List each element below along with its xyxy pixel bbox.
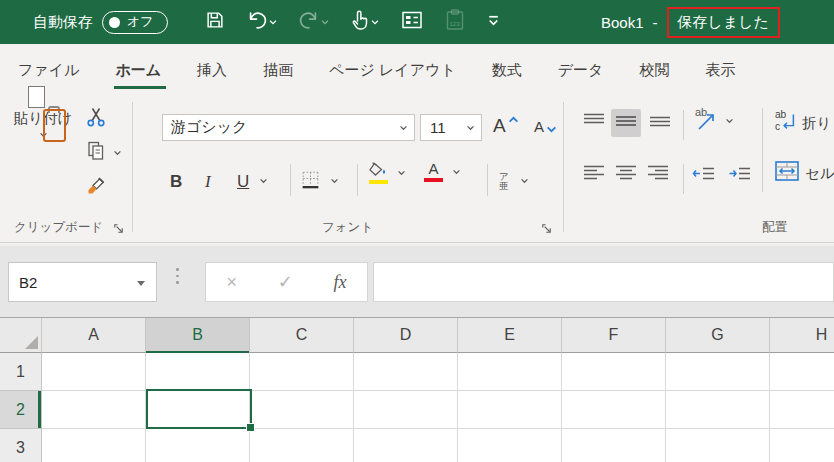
phonetic-dropdown-icon[interactable] <box>519 172 530 190</box>
copy-dropdown-icon[interactable] <box>112 144 123 162</box>
tab-draw[interactable]: 描画 <box>245 44 311 96</box>
column-header-h[interactable]: H <box>770 318 834 353</box>
column-header-a[interactable]: A <box>42 318 146 353</box>
font-color-button[interactable]: A <box>424 162 462 182</box>
font-size-combobox[interactable]: 11 <box>420 114 482 141</box>
tab-page-layout[interactable]: ページ レイアウト <box>311 44 474 96</box>
touch-mode-dropdown-icon[interactable] <box>370 13 380 31</box>
decrease-font-size-button[interactable]: A <box>534 119 557 134</box>
column-header-e[interactable]: E <box>458 318 562 353</box>
cell[interactable] <box>458 429 562 462</box>
select-all-button[interactable] <box>0 318 42 353</box>
fill-color-dropdown-icon[interactable] <box>396 164 407 182</box>
column-header-f[interactable]: F <box>562 318 666 353</box>
align-bottom-button[interactable] <box>648 112 672 132</box>
touch-mouse-mode-button[interactable] <box>346 6 384 38</box>
font-color-dropdown-icon[interactable] <box>451 163 462 181</box>
cell[interactable] <box>562 353 666 391</box>
undo-dropdown-icon[interactable] <box>268 13 278 31</box>
align-middle-button[interactable] <box>611 109 641 137</box>
name-box-dropdown-icon[interactable] <box>137 281 145 286</box>
tab-insert[interactable]: 挿入 <box>179 44 245 96</box>
underline-dropdown-icon[interactable] <box>258 172 269 190</box>
fill-color-button[interactable] <box>367 162 407 184</box>
phonetic-guide-button[interactable]: ア 亜 <box>499 164 530 198</box>
tab-file[interactable]: ファイル <box>0 44 97 96</box>
autosave-toggle[interactable]: オフ <box>102 11 168 34</box>
cell[interactable] <box>562 391 666 429</box>
clipboard-dialog-launcher[interactable] <box>112 222 125 235</box>
font-name-combobox[interactable]: 游ゴシック <box>162 114 415 141</box>
undo-button[interactable] <box>242 6 282 38</box>
cell[interactable] <box>458 391 562 429</box>
align-left-button[interactable] <box>582 164 606 186</box>
customize-qat-button[interactable] <box>482 6 505 38</box>
wrap-text-button[interactable]: abc 折り <box>774 108 831 138</box>
cell[interactable] <box>146 353 250 391</box>
increase-font-size-button[interactable]: A <box>493 116 519 135</box>
cell[interactable] <box>666 353 770 391</box>
orientation-dropdown-icon[interactable] <box>724 112 735 130</box>
borders-button[interactable] <box>300 164 340 198</box>
active-cell-selection[interactable] <box>146 389 252 429</box>
cell[interactable] <box>146 429 250 462</box>
bold-button[interactable]: B <box>170 164 182 198</box>
cancel-icon[interactable]: × <box>226 272 237 293</box>
cell[interactable] <box>42 429 146 462</box>
cell[interactable] <box>770 429 834 462</box>
redo-button[interactable] <box>294 6 334 38</box>
cell[interactable] <box>42 391 146 429</box>
cell[interactable] <box>770 391 834 429</box>
enter-icon[interactable]: ✓ <box>278 271 293 293</box>
font-name-dropdown-icon[interactable] <box>398 123 414 133</box>
tab-formulas[interactable]: 数式 <box>474 44 540 96</box>
cell[interactable] <box>458 353 562 391</box>
caret-down-icon <box>546 125 557 134</box>
orientation-button[interactable]: ab <box>694 106 735 136</box>
borders-dropdown-icon[interactable] <box>329 172 340 190</box>
cell[interactable] <box>354 353 458 391</box>
formula-bar-resize-handle[interactable] <box>176 268 179 284</box>
cell[interactable] <box>250 391 354 429</box>
font-size-dropdown-icon[interactable] <box>465 123 481 133</box>
column-header-c[interactable]: C <box>250 318 354 353</box>
cell[interactable] <box>42 353 146 391</box>
increase-indent-button[interactable] <box>728 166 752 186</box>
row-header-3[interactable]: 3 <box>0 429 42 462</box>
tab-review[interactable]: 校閲 <box>621 44 687 96</box>
align-right-button[interactable] <box>646 164 670 186</box>
column-header-d[interactable]: D <box>354 318 458 353</box>
column-header-g[interactable]: G <box>666 318 770 353</box>
formula-input[interactable] <box>373 262 834 302</box>
cell[interactable] <box>354 429 458 462</box>
cell[interactable] <box>666 429 770 462</box>
italic-button[interactable]: I <box>205 164 211 198</box>
underline-button[interactable]: U <box>237 164 269 198</box>
save-button[interactable] <box>200 6 230 38</box>
cell[interactable] <box>250 353 354 391</box>
font-dialog-launcher[interactable] <box>540 222 553 235</box>
name-box-value: B2 <box>19 274 37 291</box>
row-header-1[interactable]: 1 <box>0 353 42 391</box>
decrease-indent-button[interactable] <box>692 166 716 186</box>
cell[interactable] <box>250 429 354 462</box>
cell[interactable] <box>354 391 458 429</box>
tab-view[interactable]: 表示 <box>687 44 753 96</box>
cell[interactable] <box>770 353 834 391</box>
cell[interactable] <box>562 429 666 462</box>
name-box[interactable]: B2 <box>8 262 157 302</box>
column-header-b[interactable]: B <box>146 318 250 353</box>
tab-home[interactable]: ホーム <box>97 44 179 96</box>
insert-function-icon[interactable]: fx <box>334 272 347 293</box>
align-center-button[interactable] <box>614 164 638 186</box>
row-header-2[interactable]: 2 <box>0 391 42 429</box>
format-painter-button[interactable] <box>86 176 106 200</box>
paste-button[interactable]: 貼り付け <box>10 106 76 140</box>
form-button[interactable] <box>396 6 428 38</box>
cell[interactable] <box>666 391 770 429</box>
cut-button[interactable] <box>86 106 106 132</box>
align-top-button[interactable] <box>582 112 606 132</box>
copy-button[interactable] <box>86 140 123 166</box>
merge-center-button[interactable]: セル <box>774 160 834 186</box>
tab-data[interactable]: データ <box>540 44 622 96</box>
